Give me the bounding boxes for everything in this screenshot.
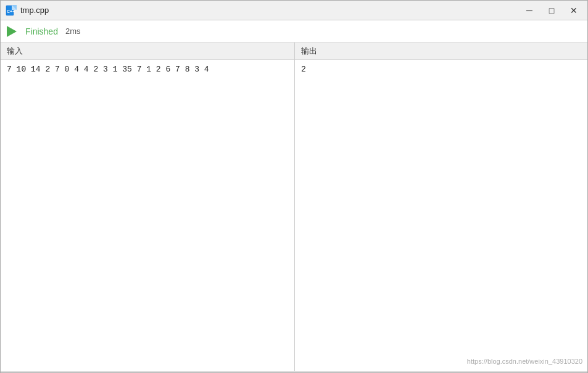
- input-panel-title: 输入: [7, 46, 23, 57]
- input-content: 7 10 14 2 7 0 4 4 2 3 1 35 7 1 2 6 7 8 3…: [7, 65, 209, 74]
- run-button[interactable]: [6, 25, 18, 38]
- maximize-button[interactable]: □: [542, 4, 561, 17]
- watermark: https://blog.csdn.net/weixin_43910320: [467, 358, 582, 365]
- close-button[interactable]: ✕: [564, 4, 584, 17]
- output-content: 2: [301, 65, 306, 74]
- window-title: tmp.cpp: [20, 6, 49, 15]
- output-panel-body[interactable]: 2: [295, 60, 588, 371]
- toolbar: Finished 2ms: [1, 20, 588, 43]
- cpp-file-icon: C++: [6, 5, 17, 16]
- output-panel-header: 输出: [295, 43, 588, 60]
- status-label: Finished: [25, 27, 58, 36]
- output-panel-title: 输出: [301, 46, 317, 57]
- title-bar: C++ tmp.cpp ─ □ ✕: [1, 1, 588, 20]
- output-panel: 输出 2 https://blog.csdn.net/weixin_439103…: [295, 43, 588, 371]
- title-bar-controls: ─ □ ✕: [520, 4, 584, 17]
- play-icon: [7, 26, 17, 37]
- input-panel-header: 输入: [1, 43, 294, 60]
- title-bar-left: C++ tmp.cpp: [6, 5, 49, 16]
- minimize-button[interactable]: ─: [520, 4, 539, 17]
- window: C++ tmp.cpp ─ □ ✕ Finished 2ms 输入 7 10 1…: [1, 1, 588, 373]
- svg-text:C++: C++: [7, 9, 15, 14]
- execution-time: 2ms: [65, 27, 81, 36]
- main-content: 输入 7 10 14 2 7 0 4 4 2 3 1 35 7 1 2 6 7 …: [1, 43, 588, 371]
- input-panel: 输入 7 10 14 2 7 0 4 4 2 3 1 35 7 1 2 6 7 …: [1, 43, 295, 371]
- input-panel-body[interactable]: 7 10 14 2 7 0 4 4 2 3 1 35 7 1 2 6 7 8 3…: [1, 60, 294, 371]
